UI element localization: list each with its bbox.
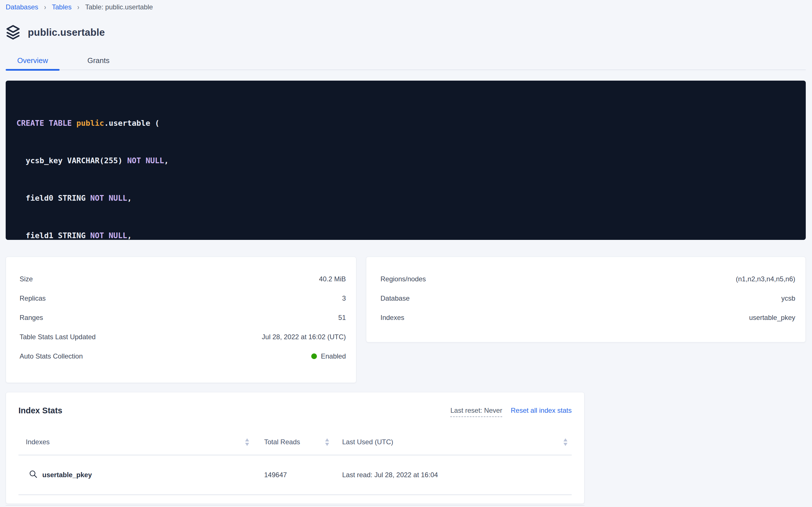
chevron-right-icon: ›: [44, 3, 46, 12]
sql-keyword: NOT NULL: [90, 193, 127, 203]
stat-row-regions: Regions/nodes (n1,n2,n3,n4,n5,n6): [380, 269, 795, 289]
index-stats-table: Indexes Total Reads Last Used (UTC): [18, 431, 572, 495]
index-stats-controls: Last reset: Never Reset all index stats: [450, 406, 572, 417]
tab-bar: Overview Grants: [6, 50, 806, 70]
sql-column-name: ycsb_key: [26, 156, 63, 165]
stat-row-auto-stats: Auto Stats Collection Enabled: [19, 347, 346, 366]
sql-schema-name: public: [76, 119, 104, 127]
sql-table-name: .usertable (: [104, 119, 160, 127]
stat-label: Size: [19, 275, 33, 283]
active-tab-underline: [6, 69, 60, 71]
sql-keyword: NOT NULL: [127, 156, 164, 165]
total-reads-cell: 149647: [264, 471, 330, 479]
sql-column-type: STRING: [58, 193, 86, 203]
sql-code-line: ycsb_keyVARCHAR(255)NOT NULL,: [16, 155, 795, 167]
table-row: usertable_pkey 149647 Last read: Jul 28,…: [18, 455, 572, 495]
stat-label: Replicas: [19, 294, 46, 302]
stat-row-replicas: Replicas 3: [19, 289, 346, 308]
sql-code-line: field0STRINGNOT NULL,: [16, 192, 795, 205]
stat-value: usertable_pkey: [749, 314, 795, 322]
sort-arrows-icon[interactable]: [563, 438, 568, 446]
breadcrumb-link-tables[interactable]: Tables: [52, 3, 71, 11]
stat-label: Auto Stats Collection: [19, 352, 83, 360]
tab-overview[interactable]: Overview: [6, 50, 60, 69]
column-header-last-used[interactable]: Last Used (UTC): [342, 438, 572, 446]
stat-row-ranges: Ranges 51: [19, 308, 346, 327]
breadcrumb: Databases › Tables › Table: public.usert…: [6, 0, 806, 11]
index-stats-title: Index Stats: [18, 405, 62, 415]
last-reset-label: Last reset: Never: [450, 406, 502, 417]
stat-label: Indexes: [380, 314, 404, 322]
sql-keyword: CREATE TABLE: [16, 119, 72, 127]
sql-create-statement: CREATE TABLEpublic.usertable ( ycsb_keyV…: [6, 80, 806, 240]
stat-value: Jul 28, 2022 at 16:02 (UTC): [262, 333, 346, 341]
status-dot-enabled: [311, 353, 317, 359]
page-content: Databases › Tables › Table: public.usert…: [0, 0, 812, 507]
sql-column-type: VARCHAR(255): [67, 156, 123, 165]
last-used-cell: Last read: Jul 28, 2022 at 16:04: [342, 471, 572, 479]
sql-keyword: NOT NULL: [90, 231, 127, 240]
table-header-row: Indexes Total Reads Last Used (UTC): [18, 431, 572, 455]
chevron-right-icon: ›: [77, 3, 79, 12]
stat-value: ycsb: [782, 294, 795, 302]
sql-column-name: field1: [26, 231, 54, 240]
stat-label: Table Stats Last Updated: [19, 333, 96, 341]
breadcrumb-current: Table: public.usertable: [85, 3, 153, 11]
sql-comma: ,: [127, 193, 132, 203]
tab-grants-label: Grants: [87, 56, 110, 65]
summary-cards: Size 40.2 MiB Replicas 3 Ranges 51 Table…: [6, 257, 806, 383]
reset-index-stats-link[interactable]: Reset all index stats: [511, 406, 572, 414]
index-stats-card: Index Stats Last reset: Never Reset all …: [6, 392, 584, 504]
sql-code-line: field1STRINGNOT NULL,: [16, 229, 795, 240]
column-label: Total Reads: [264, 438, 300, 446]
index-name-cell[interactable]: usertable_pkey: [18, 469, 254, 480]
index-stats-header: Index Stats Last reset: Never Reset all …: [18, 405, 572, 417]
sort-arrows-icon[interactable]: [325, 438, 329, 446]
column-header-indexes[interactable]: Indexes: [18, 438, 254, 446]
tab-overview-label: Overview: [17, 56, 48, 65]
stat-row-size: Size 40.2 MiB: [19, 269, 346, 289]
stat-value: 3: [342, 294, 346, 302]
sql-comma: ,: [127, 231, 132, 240]
sql-comma: ,: [164, 156, 169, 165]
column-label: Last Used (UTC): [342, 438, 393, 446]
sql-code-line: CREATE TABLEpublic.usertable (: [16, 117, 795, 129]
index-name[interactable]: usertable_pkey: [42, 471, 92, 479]
sql-column-type: STRING: [58, 231, 86, 240]
status-text: Enabled: [321, 352, 346, 360]
next-section-edge: [6, 506, 584, 507]
search-icon: [29, 469, 38, 480]
column-label: Indexes: [26, 438, 50, 446]
stat-row-stats-updated: Table Stats Last Updated Jul 28, 2022 at…: [19, 327, 346, 347]
stat-label: Ranges: [19, 314, 43, 322]
table-info-card: Regions/nodes (n1,n2,n3,n4,n5,n6) Databa…: [366, 257, 806, 342]
stack-icon: [6, 24, 20, 40]
stat-value: (n1,n2,n3,n4,n5,n6): [736, 275, 796, 283]
stat-value: 51: [338, 314, 346, 322]
sql-column-name: field0: [26, 193, 54, 203]
page-title: public.usertable: [28, 27, 105, 38]
stat-row-indexes: Indexes usertable_pkey: [380, 308, 795, 327]
sort-arrows-icon[interactable]: [245, 438, 249, 446]
status-badge: Enabled: [311, 352, 346, 360]
stat-row-database: Database ycsb: [380, 289, 795, 308]
stat-label: Regions/nodes: [380, 275, 426, 283]
stat-value: 40.2 MiB: [319, 275, 346, 283]
table-stats-card: Size 40.2 MiB Replicas 3 Ranges 51 Table…: [6, 257, 356, 383]
page-header: public.usertable: [6, 24, 806, 40]
tab-grants[interactable]: Grants: [71, 50, 125, 69]
column-header-total-reads[interactable]: Total Reads: [264, 438, 330, 446]
stat-label: Database: [380, 294, 410, 302]
breadcrumb-link-databases[interactable]: Databases: [6, 3, 38, 11]
